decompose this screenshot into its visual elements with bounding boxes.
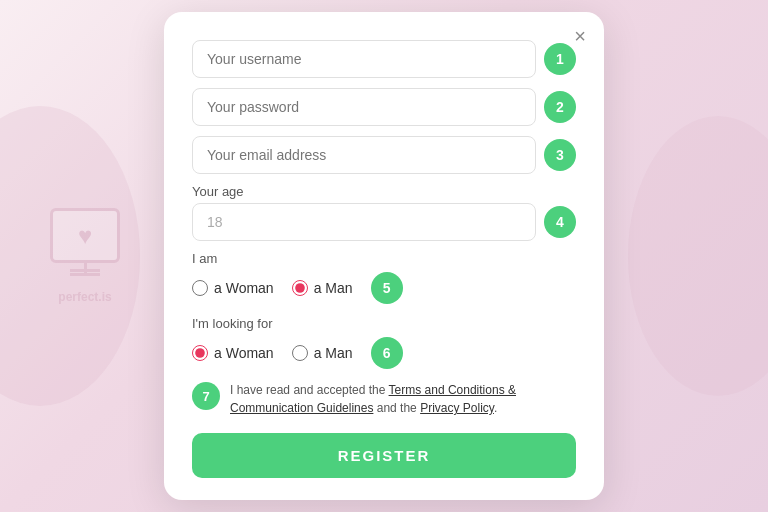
register-button[interactable]: REGISTER — [192, 433, 576, 478]
step-badge-1: 1 — [544, 43, 576, 75]
i-am-woman-option[interactable]: a Woman — [192, 280, 274, 296]
looking-for-man-option[interactable]: a Man — [292, 345, 353, 361]
i-am-section: I am a Woman a Man 5 — [192, 251, 576, 304]
watermark-base — [70, 273, 100, 276]
step-badge-3: 3 — [544, 139, 576, 171]
step-badge-5: 5 — [371, 272, 403, 304]
username-input[interactable] — [192, 40, 536, 78]
terms-text: I have read and accepted the Terms and C… — [230, 381, 576, 417]
i-am-man-radio[interactable] — [292, 280, 308, 296]
terms-text-before: I have read and accepted the — [230, 383, 389, 397]
i-am-options-row: a Woman a Man 5 — [192, 272, 576, 304]
looking-for-woman-option[interactable]: a Woman — [192, 345, 274, 361]
terms-text-middle: and the — [373, 401, 420, 415]
bg-shape-right — [628, 116, 768, 396]
username-row: 1 — [192, 40, 576, 78]
watermark-monitor: ♥ — [50, 208, 120, 263]
i-am-radio-group: a Woman a Man — [192, 280, 353, 296]
watermark-heart-icon: ♥ — [78, 222, 92, 250]
looking-for-radio-group: a Woman a Man — [192, 345, 353, 361]
looking-for-man-radio[interactable] — [292, 345, 308, 361]
looking-for-section: I'm looking for a Woman a Man 6 — [192, 316, 576, 369]
i-am-label: I am — [192, 251, 576, 266]
close-button[interactable]: × — [574, 26, 586, 46]
i-am-woman-label: a Woman — [214, 280, 274, 296]
age-input[interactable] — [192, 203, 536, 241]
terms-text-end: . — [494, 401, 497, 415]
age-row: 4 — [192, 203, 576, 241]
step-badge-6: 6 — [371, 337, 403, 369]
step-badge-7: 7 — [192, 382, 220, 410]
email-row: 3 — [192, 136, 576, 174]
looking-for-man-label: a Man — [314, 345, 353, 361]
age-section: Your age 4 — [192, 184, 576, 241]
step-badge-4: 4 — [544, 206, 576, 238]
password-input[interactable] — [192, 88, 536, 126]
looking-for-woman-radio[interactable] — [192, 345, 208, 361]
looking-for-label: I'm looking for — [192, 316, 576, 331]
i-am-woman-radio[interactable] — [192, 280, 208, 296]
password-row: 2 — [192, 88, 576, 126]
email-input[interactable] — [192, 136, 536, 174]
terms-row: 7 I have read and accepted the Terms and… — [192, 381, 576, 417]
looking-for-options-row: a Woman a Man 6 — [192, 337, 576, 369]
i-am-man-option[interactable]: a Man — [292, 280, 353, 296]
terms-link2[interactable]: Privacy Policy — [420, 401, 494, 415]
registration-modal: × 1 2 3 Your age 4 I am a Woman — [164, 12, 604, 500]
watermark: ♥ perfect.is — [50, 208, 120, 304]
i-am-man-label: a Man — [314, 280, 353, 296]
age-label: Your age — [192, 184, 576, 199]
watermark-text: perfect.is — [58, 290, 111, 304]
looking-for-woman-label: a Woman — [214, 345, 274, 361]
step-badge-2: 2 — [544, 91, 576, 123]
